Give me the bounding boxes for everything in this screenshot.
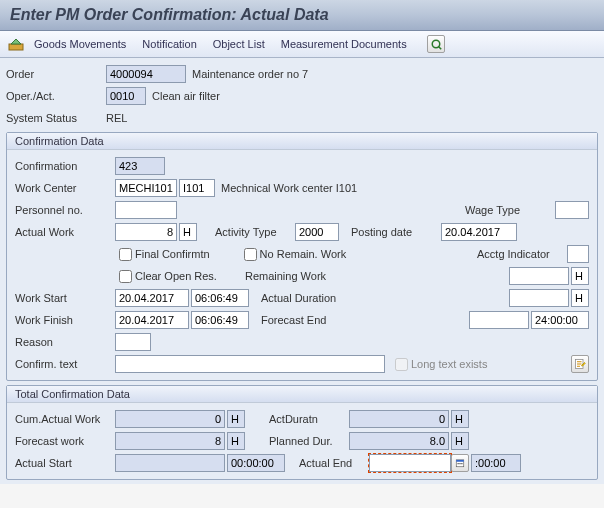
work-finish-date-field[interactable] — [115, 311, 189, 329]
confirmation-field[interactable] — [115, 157, 165, 175]
actual-duration-field[interactable] — [509, 289, 569, 307]
page-title: Enter PM Order Confirmation: Actual Data — [10, 6, 594, 24]
work-center-label: Work Center — [15, 182, 115, 194]
goods-movements-button[interactable]: Goods Movements — [28, 36, 132, 52]
object-list-button[interactable]: Object List — [207, 36, 271, 52]
activity-type-label: Activity Type — [215, 226, 295, 238]
cum-work-field — [115, 410, 225, 428]
work-start-date-field[interactable] — [115, 289, 189, 307]
actual-end-date-field[interactable] — [369, 454, 451, 472]
date-picker-icon[interactable] — [451, 454, 469, 472]
actual-work-field[interactable] — [115, 223, 177, 241]
work-center-desc: Mechnical Work center I101 — [221, 182, 357, 194]
no-remain-label: No Remain. Work — [260, 248, 347, 260]
actual-end-label: Actual End — [299, 457, 369, 469]
svg-rect-7 — [458, 463, 459, 464]
svg-rect-8 — [459, 463, 460, 464]
toolbar: Goods Movements Notification Object List… — [0, 31, 604, 58]
forecast-end-date-field[interactable] — [469, 311, 529, 329]
order-field[interactable] — [106, 65, 186, 83]
oper-label: Oper./Act. — [6, 90, 106, 102]
activity-type-field[interactable] — [295, 223, 339, 241]
confirmation-data-panel: Confirmation Data Confirmation Work Cent… — [6, 132, 598, 381]
svg-rect-6 — [456, 460, 464, 462]
goods-movements-icon — [8, 36, 24, 52]
order-label: Order — [6, 68, 106, 80]
remaining-work-label: Remaining Work — [245, 270, 345, 282]
planned-dur-label: Planned Dur. — [269, 435, 349, 447]
cum-work-unit-field — [227, 410, 245, 428]
forecast-end-time-field[interactable] — [531, 311, 589, 329]
work-finish-time-field[interactable] — [191, 311, 249, 329]
forecast-end-label: Forecast End — [261, 314, 361, 326]
total-panel-title: Total Confirmation Data — [7, 386, 597, 403]
actual-work-label: Actual Work — [15, 226, 115, 238]
work-center-field[interactable] — [115, 179, 177, 197]
remaining-work-unit-field[interactable] — [571, 267, 589, 285]
posting-date-label: Posting date — [351, 226, 441, 238]
forecast-work-field — [115, 432, 225, 450]
measurement-docs-button[interactable]: Measurement Documents — [275, 36, 413, 52]
actual-duration-unit-field[interactable] — [571, 289, 589, 307]
final-confirm-label: Final Confirmtn — [135, 248, 210, 260]
confirmation-label: Confirmation — [15, 160, 115, 172]
actual-duration-label: Actual Duration — [261, 292, 361, 304]
work-finish-label: Work Finish — [15, 314, 115, 326]
acctg-field[interactable] — [567, 245, 589, 263]
clear-open-checkbox[interactable] — [119, 270, 132, 283]
work-center-plant-field[interactable] — [179, 179, 215, 197]
acctg-label: Acctg Indicator — [477, 248, 567, 260]
planned-dur-field — [349, 432, 449, 450]
clear-open-label: Clear Open Res. — [135, 270, 217, 282]
svg-line-3 — [438, 46, 441, 49]
work-start-time-field[interactable] — [191, 289, 249, 307]
act-dur-label: ActDuratn — [269, 413, 349, 425]
actual-start-label: Actual Start — [15, 457, 115, 469]
cum-work-label: Cum.Actual Work — [15, 413, 115, 425]
remaining-work-field[interactable] — [509, 267, 569, 285]
status-label: System Status — [6, 112, 106, 124]
total-confirmation-panel: Total Confirmation Data Cum.Actual Work … — [6, 385, 598, 480]
actual-start-date-field — [115, 454, 225, 472]
final-confirm-checkbox[interactable] — [119, 248, 132, 261]
actual-start-time-field — [227, 454, 285, 472]
actual-work-unit-field[interactable] — [179, 223, 197, 241]
reason-label: Reason — [15, 336, 115, 348]
posting-date-field[interactable] — [441, 223, 517, 241]
wage-type-field[interactable] — [555, 201, 589, 219]
svg-rect-9 — [461, 463, 462, 464]
forecast-work-label: Forecast work — [15, 435, 115, 447]
status-value: REL — [106, 112, 127, 124]
oper-desc: Clean air filter — [152, 90, 220, 102]
personnel-label: Personnel no. — [15, 204, 115, 216]
title-bar: Enter PM Order Confirmation: Actual Data — [0, 0, 604, 31]
no-remain-checkbox[interactable] — [244, 248, 257, 261]
long-text-label: Long text exists — [411, 358, 487, 370]
reason-field[interactable] — [115, 333, 151, 351]
act-dur-unit-field — [451, 410, 469, 428]
notification-button[interactable]: Notification — [136, 36, 202, 52]
service-icon-button[interactable] — [427, 35, 445, 53]
actual-end-time-field — [471, 454, 521, 472]
confirmation-panel-title: Confirmation Data — [7, 133, 597, 150]
long-text-edit-button[interactable] — [571, 355, 589, 373]
personnel-field[interactable] — [115, 201, 177, 219]
long-text-checkbox — [395, 358, 408, 371]
confirm-text-label: Confirm. text — [15, 358, 115, 370]
order-desc: Maintenance order no 7 — [192, 68, 308, 80]
svg-marker-1 — [11, 39, 21, 44]
work-start-label: Work Start — [15, 292, 115, 304]
svg-rect-0 — [9, 44, 23, 50]
act-dur-field — [349, 410, 449, 428]
wage-type-label: Wage Type — [465, 204, 555, 216]
confirm-text-field[interactable] — [115, 355, 385, 373]
planned-dur-unit-field — [451, 432, 469, 450]
forecast-work-unit-field — [227, 432, 245, 450]
oper-field[interactable] — [106, 87, 146, 105]
